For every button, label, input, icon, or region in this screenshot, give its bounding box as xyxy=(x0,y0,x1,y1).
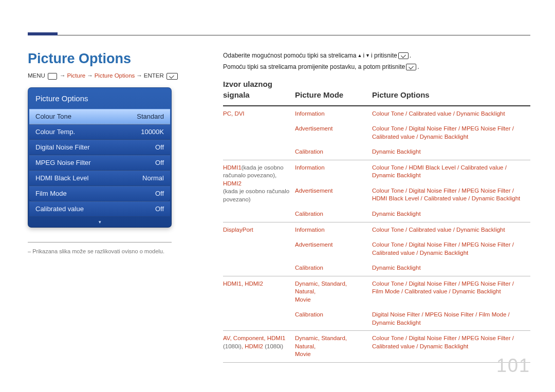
cell-options: Dynamic Backlight xyxy=(372,207,530,222)
cell-source: PCDVI xyxy=(223,106,295,160)
osd-row-label: HDMI Black Level xyxy=(35,174,88,183)
bc-picture: Picture xyxy=(67,72,85,80)
instruction-2: Pomoću tipki sa strelicama promijenite p… xyxy=(223,63,530,71)
bc-picture-options: Picture Options xyxy=(95,72,135,80)
cell-options: Digital Noise FilterMPEG Noise FilterFil… xyxy=(372,307,530,331)
osd-row-value: 10000K xyxy=(141,127,164,137)
cell-mode: Advertisement xyxy=(295,237,372,260)
osd-row-value: Off xyxy=(155,204,164,214)
cell-mode: DynamicStandardNaturalMovie xyxy=(295,276,372,307)
enter-icon xyxy=(166,73,178,80)
table-row: HDMI1HDMI2DynamicStandardNaturalMovieCol… xyxy=(223,276,530,307)
cell-mode: Information xyxy=(295,222,372,237)
osd-row[interactable]: Digital Noise FilterOff xyxy=(29,140,170,155)
menu-icon xyxy=(48,73,57,80)
th-options: Picture Options xyxy=(372,76,530,106)
cell-source: HDMI1HDMI2 xyxy=(223,276,295,331)
osd-row[interactable]: Film ModeOff xyxy=(29,186,170,201)
cell-mode: Calibration xyxy=(295,260,372,276)
cell-mode: Calibration xyxy=(295,307,372,331)
cell-options: Colour ToneDigital Noise FilterMPEG Nois… xyxy=(372,276,530,307)
cell-options: Dynamic Backlight xyxy=(372,260,530,276)
osd-panel: Picture Options Colour ToneStandardColou… xyxy=(28,87,172,228)
footnote: – Prikazana slika može se razlikovati ov… xyxy=(28,248,172,255)
options-table: Izvor ulaznog signala Picture Mode Pictu… xyxy=(223,76,530,362)
cell-options: Colour ToneCalibrated valueDynamic Backl… xyxy=(372,106,530,122)
osd-row-label: Digital Noise Filter xyxy=(35,143,89,152)
osd-row[interactable]: Calibrated valueOff xyxy=(29,201,170,217)
osd-row[interactable]: Colour Temp.10000K xyxy=(29,124,170,140)
osd-row[interactable]: HDMI Black LevelNormal xyxy=(29,171,170,186)
cell-mode: Calibration xyxy=(295,144,372,160)
cell-mode: Advertisement xyxy=(295,183,372,207)
table-row: HDMI1(kada je osobno računalo povezano),… xyxy=(223,160,530,183)
cell-options: Colour ToneDigital Noise FilterMPEG Nois… xyxy=(372,121,530,144)
cell-options: Colour ToneDigital Noise FilterMPEG Nois… xyxy=(372,183,530,207)
osd-row-label: Calibrated value xyxy=(35,204,84,214)
cell-mode: Advertisement xyxy=(295,121,372,144)
page-title: Picture Options xyxy=(28,49,192,68)
cell-source: HDMI1(kada je osobno računalo povezano),… xyxy=(223,160,295,222)
bc-menu: MENU xyxy=(28,72,45,80)
osd-row-value: Off xyxy=(155,143,164,152)
enter-icon xyxy=(398,52,409,59)
enter-icon xyxy=(406,64,416,70)
osd-row-label: Colour Tone xyxy=(35,112,71,121)
osd-title: Picture Options xyxy=(29,89,170,109)
osd-row[interactable]: Colour ToneStandard xyxy=(29,109,170,124)
osd-row-label: Colour Temp. xyxy=(35,127,75,137)
cell-mode: Calibration xyxy=(295,207,372,222)
osd-row-value: Off xyxy=(155,189,164,198)
osd-row-value: Normal xyxy=(142,174,164,183)
osd-row-value: Off xyxy=(155,158,164,167)
table-row: PCDVIInformationColour ToneCalibrated va… xyxy=(223,106,530,122)
page-number: 101 xyxy=(496,353,530,379)
cell-options: Colour ToneCalibrated valueDynamic Backl… xyxy=(372,222,530,237)
divider xyxy=(28,242,172,242)
breadcrumb: MENU → Picture → Picture Options → ENTER xyxy=(28,72,192,80)
table-row: AVComponentHDMI1 (1080i)HDMI2 (1080i)Dyn… xyxy=(223,331,530,363)
cell-options: Colour ToneDigital Noise FilterMPEG Nois… xyxy=(372,237,530,260)
cell-options: Dynamic Backlight xyxy=(372,144,530,160)
table-row: DisplayPortInformationColour ToneCalibra… xyxy=(223,222,530,237)
osd-row-label: MPEG Noise Filter xyxy=(35,158,91,167)
bc-enter: ENTER xyxy=(144,72,164,80)
chevron-down-icon[interactable]: ▾ xyxy=(29,217,170,226)
cell-source: DisplayPort xyxy=(223,222,295,276)
th-source: Izvor ulaznog signala xyxy=(223,76,295,106)
cell-source: AVComponentHDMI1 (1080i)HDMI2 (1080i) xyxy=(223,331,295,363)
cell-mode: Information xyxy=(295,106,372,122)
instruction-1: Odaberite mogućnost pomoću tipki sa stre… xyxy=(223,51,530,60)
cell-options: Colour ToneHDMI Black LevelCalibrated va… xyxy=(372,160,530,183)
osd-row-label: Film Mode xyxy=(35,189,67,198)
osd-row[interactable]: MPEG Noise FilterOff xyxy=(29,155,170,171)
th-mode: Picture Mode xyxy=(295,76,372,106)
osd-row-value: Standard xyxy=(137,112,164,121)
cell-mode: Information xyxy=(295,160,372,183)
cell-mode: DynamicStandardNaturalMovie xyxy=(295,331,372,363)
